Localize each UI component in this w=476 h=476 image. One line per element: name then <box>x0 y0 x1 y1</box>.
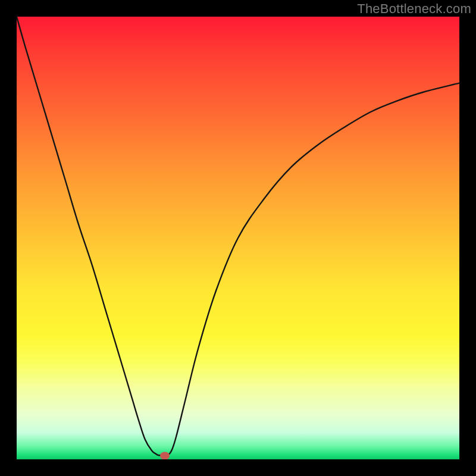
watermark-text: TheBottleneck.com <box>357 1 471 17</box>
chart-container: TheBottleneck.com <box>0 0 476 476</box>
bottleneck-curve <box>17 17 459 459</box>
plot-area <box>17 17 459 459</box>
minimum-marker-dot <box>160 452 170 459</box>
